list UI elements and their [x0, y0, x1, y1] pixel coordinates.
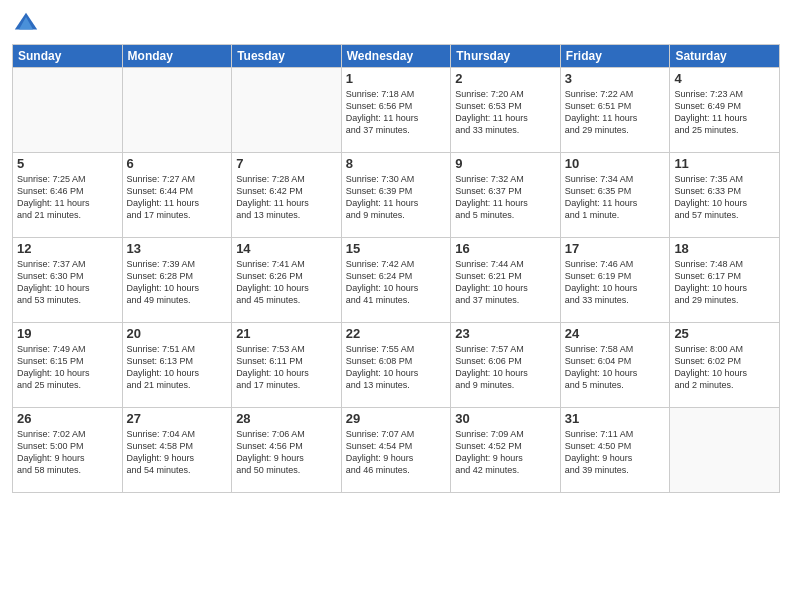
calendar-cell: 2Sunrise: 7:20 AM Sunset: 6:53 PM Daylig… — [451, 68, 561, 153]
calendar-table: SundayMondayTuesdayWednesdayThursdayFrid… — [12, 44, 780, 493]
cell-text: Sunrise: 7:37 AM Sunset: 6:30 PM Dayligh… — [17, 258, 118, 307]
calendar-cell: 16Sunrise: 7:44 AM Sunset: 6:21 PM Dayli… — [451, 238, 561, 323]
cell-text: Sunrise: 7:49 AM Sunset: 6:15 PM Dayligh… — [17, 343, 118, 392]
cell-text: Sunrise: 7:07 AM Sunset: 4:54 PM Dayligh… — [346, 428, 447, 477]
day-number: 8 — [346, 156, 447, 171]
logo-icon — [12, 10, 40, 38]
calendar-cell — [122, 68, 232, 153]
cell-text: Sunrise: 7:02 AM Sunset: 5:00 PM Dayligh… — [17, 428, 118, 477]
calendar-cell: 25Sunrise: 8:00 AM Sunset: 6:02 PM Dayli… — [670, 323, 780, 408]
day-number: 5 — [17, 156, 118, 171]
cell-text: Sunrise: 7:41 AM Sunset: 6:26 PM Dayligh… — [236, 258, 337, 307]
day-header-friday: Friday — [560, 45, 670, 68]
cell-text: Sunrise: 7:23 AM Sunset: 6:49 PM Dayligh… — [674, 88, 775, 137]
day-number: 25 — [674, 326, 775, 341]
logo — [12, 10, 42, 38]
page-container: SundayMondayTuesdayWednesdayThursdayFrid… — [0, 0, 792, 612]
cell-text: Sunrise: 8:00 AM Sunset: 6:02 PM Dayligh… — [674, 343, 775, 392]
cell-text: Sunrise: 7:39 AM Sunset: 6:28 PM Dayligh… — [127, 258, 228, 307]
day-number: 3 — [565, 71, 666, 86]
calendar-cell: 29Sunrise: 7:07 AM Sunset: 4:54 PM Dayli… — [341, 408, 451, 493]
calendar-cell: 26Sunrise: 7:02 AM Sunset: 5:00 PM Dayli… — [13, 408, 123, 493]
day-number: 15 — [346, 241, 447, 256]
calendar-cell: 17Sunrise: 7:46 AM Sunset: 6:19 PM Dayli… — [560, 238, 670, 323]
day-number: 4 — [674, 71, 775, 86]
cell-text: Sunrise: 7:48 AM Sunset: 6:17 PM Dayligh… — [674, 258, 775, 307]
calendar-cell: 12Sunrise: 7:37 AM Sunset: 6:30 PM Dayli… — [13, 238, 123, 323]
calendar-cell: 7Sunrise: 7:28 AM Sunset: 6:42 PM Daylig… — [232, 153, 342, 238]
day-header-saturday: Saturday — [670, 45, 780, 68]
calendar-cell: 20Sunrise: 7:51 AM Sunset: 6:13 PM Dayli… — [122, 323, 232, 408]
calendar-cell: 4Sunrise: 7:23 AM Sunset: 6:49 PM Daylig… — [670, 68, 780, 153]
day-number: 17 — [565, 241, 666, 256]
page-header — [12, 10, 780, 38]
calendar-cell: 28Sunrise: 7:06 AM Sunset: 4:56 PM Dayli… — [232, 408, 342, 493]
day-number: 31 — [565, 411, 666, 426]
day-number: 13 — [127, 241, 228, 256]
day-number: 21 — [236, 326, 337, 341]
cell-text: Sunrise: 7:09 AM Sunset: 4:52 PM Dayligh… — [455, 428, 556, 477]
day-number: 22 — [346, 326, 447, 341]
day-number: 2 — [455, 71, 556, 86]
day-header-thursday: Thursday — [451, 45, 561, 68]
cell-text: Sunrise: 7:57 AM Sunset: 6:06 PM Dayligh… — [455, 343, 556, 392]
calendar-cell: 15Sunrise: 7:42 AM Sunset: 6:24 PM Dayli… — [341, 238, 451, 323]
day-number: 14 — [236, 241, 337, 256]
cell-text: Sunrise: 7:22 AM Sunset: 6:51 PM Dayligh… — [565, 88, 666, 137]
cell-text: Sunrise: 7:46 AM Sunset: 6:19 PM Dayligh… — [565, 258, 666, 307]
calendar-week-1: 1Sunrise: 7:18 AM Sunset: 6:56 PM Daylig… — [13, 68, 780, 153]
day-header-wednesday: Wednesday — [341, 45, 451, 68]
calendar-cell — [232, 68, 342, 153]
calendar-cell: 31Sunrise: 7:11 AM Sunset: 4:50 PM Dayli… — [560, 408, 670, 493]
cell-text: Sunrise: 7:32 AM Sunset: 6:37 PM Dayligh… — [455, 173, 556, 222]
day-number: 28 — [236, 411, 337, 426]
cell-text: Sunrise: 7:55 AM Sunset: 6:08 PM Dayligh… — [346, 343, 447, 392]
cell-text: Sunrise: 7:18 AM Sunset: 6:56 PM Dayligh… — [346, 88, 447, 137]
calendar-cell: 19Sunrise: 7:49 AM Sunset: 6:15 PM Dayli… — [13, 323, 123, 408]
day-number: 27 — [127, 411, 228, 426]
calendar-cell: 10Sunrise: 7:34 AM Sunset: 6:35 PM Dayli… — [560, 153, 670, 238]
day-number: 18 — [674, 241, 775, 256]
day-number: 10 — [565, 156, 666, 171]
calendar-cell: 23Sunrise: 7:57 AM Sunset: 6:06 PM Dayli… — [451, 323, 561, 408]
day-number: 7 — [236, 156, 337, 171]
calendar-cell: 13Sunrise: 7:39 AM Sunset: 6:28 PM Dayli… — [122, 238, 232, 323]
cell-text: Sunrise: 7:51 AM Sunset: 6:13 PM Dayligh… — [127, 343, 228, 392]
cell-text: Sunrise: 7:27 AM Sunset: 6:44 PM Dayligh… — [127, 173, 228, 222]
cell-text: Sunrise: 7:30 AM Sunset: 6:39 PM Dayligh… — [346, 173, 447, 222]
day-header-monday: Monday — [122, 45, 232, 68]
calendar-cell: 22Sunrise: 7:55 AM Sunset: 6:08 PM Dayli… — [341, 323, 451, 408]
day-number: 11 — [674, 156, 775, 171]
calendar-cell: 27Sunrise: 7:04 AM Sunset: 4:58 PM Dayli… — [122, 408, 232, 493]
calendar-week-5: 26Sunrise: 7:02 AM Sunset: 5:00 PM Dayli… — [13, 408, 780, 493]
cell-text: Sunrise: 7:28 AM Sunset: 6:42 PM Dayligh… — [236, 173, 337, 222]
calendar-week-4: 19Sunrise: 7:49 AM Sunset: 6:15 PM Dayli… — [13, 323, 780, 408]
calendar-cell: 14Sunrise: 7:41 AM Sunset: 6:26 PM Dayli… — [232, 238, 342, 323]
cell-text: Sunrise: 7:34 AM Sunset: 6:35 PM Dayligh… — [565, 173, 666, 222]
calendar-cell: 8Sunrise: 7:30 AM Sunset: 6:39 PM Daylig… — [341, 153, 451, 238]
cell-text: Sunrise: 7:04 AM Sunset: 4:58 PM Dayligh… — [127, 428, 228, 477]
calendar-cell: 1Sunrise: 7:18 AM Sunset: 6:56 PM Daylig… — [341, 68, 451, 153]
day-number: 12 — [17, 241, 118, 256]
cell-text: Sunrise: 7:25 AM Sunset: 6:46 PM Dayligh… — [17, 173, 118, 222]
day-number: 16 — [455, 241, 556, 256]
day-number: 9 — [455, 156, 556, 171]
calendar-cell: 11Sunrise: 7:35 AM Sunset: 6:33 PM Dayli… — [670, 153, 780, 238]
calendar-cell: 21Sunrise: 7:53 AM Sunset: 6:11 PM Dayli… — [232, 323, 342, 408]
calendar-cell: 9Sunrise: 7:32 AM Sunset: 6:37 PM Daylig… — [451, 153, 561, 238]
calendar-week-3: 12Sunrise: 7:37 AM Sunset: 6:30 PM Dayli… — [13, 238, 780, 323]
day-number: 23 — [455, 326, 556, 341]
calendar-week-2: 5Sunrise: 7:25 AM Sunset: 6:46 PM Daylig… — [13, 153, 780, 238]
day-number: 1 — [346, 71, 447, 86]
day-number: 29 — [346, 411, 447, 426]
calendar-cell: 6Sunrise: 7:27 AM Sunset: 6:44 PM Daylig… — [122, 153, 232, 238]
cell-text: Sunrise: 7:20 AM Sunset: 6:53 PM Dayligh… — [455, 88, 556, 137]
calendar-cell: 3Sunrise: 7:22 AM Sunset: 6:51 PM Daylig… — [560, 68, 670, 153]
calendar-cell: 5Sunrise: 7:25 AM Sunset: 6:46 PM Daylig… — [13, 153, 123, 238]
cell-text: Sunrise: 7:06 AM Sunset: 4:56 PM Dayligh… — [236, 428, 337, 477]
cell-text: Sunrise: 7:35 AM Sunset: 6:33 PM Dayligh… — [674, 173, 775, 222]
calendar-cell: 18Sunrise: 7:48 AM Sunset: 6:17 PM Dayli… — [670, 238, 780, 323]
day-number: 30 — [455, 411, 556, 426]
day-number: 6 — [127, 156, 228, 171]
day-number: 20 — [127, 326, 228, 341]
